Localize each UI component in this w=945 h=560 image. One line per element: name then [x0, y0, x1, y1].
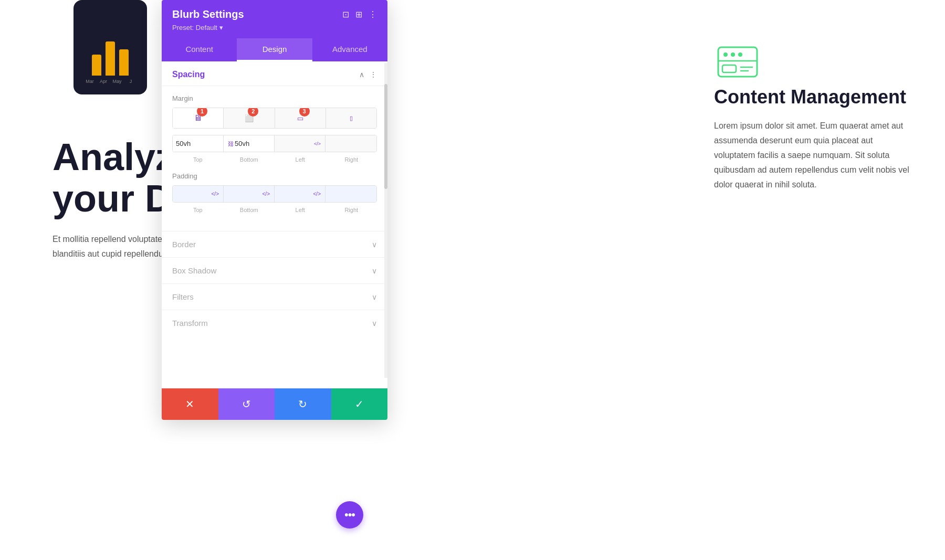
badge-2: 2 [248, 108, 258, 117]
padding-labels: Top Bottom Left Right [172, 206, 377, 214]
label-may: May [112, 79, 122, 84]
bar-may [119, 49, 129, 76]
padding-left-input[interactable] [278, 190, 312, 198]
padding-right-cell [326, 186, 376, 202]
bar-apr [106, 41, 115, 76]
code-icon-pbottom: </> [262, 191, 270, 197]
device-tablet[interactable]: ⬜ 2 [224, 108, 275, 128]
blurb-settings-panel: Blurb Settings ⊡ ⊞ ⋮ Preset: Default ▾ C… [162, 0, 387, 420]
spacing-content: Margin 🖥 1 ⬜ 2 ▭ 3 ▯ [162, 86, 387, 231]
right-content: Content Management Lorem ipsum dolor sit… [682, 0, 945, 560]
plabel-bottom: Bottom [224, 206, 275, 214]
padding-top-input[interactable] [176, 190, 211, 198]
border-chevron: ∨ [372, 240, 377, 249]
panel-tabs: Content Design Advanced [162, 38, 387, 61]
padding-left-cell: </> [275, 186, 326, 202]
label-jun: J [126, 79, 135, 84]
panel-body: Spacing ∧ ⋮ Margin 🖥 1 ⬜ 2 ▭ [162, 61, 387, 388]
spacing-section-header: Spacing ∧ ⋮ [162, 61, 387, 86]
margin-labels: Top Bottom Left Right [172, 155, 377, 164]
tab-content[interactable]: Content [162, 38, 237, 61]
redo-icon: ↻ [298, 398, 307, 410]
margin-right-cell [326, 135, 376, 152]
scrollbar-thumb[interactable] [384, 84, 387, 189]
svg-point-3 [738, 52, 742, 57]
box-shadow-chevron: ∨ [372, 267, 377, 275]
transform-section[interactable]: Transform ∨ [162, 310, 387, 336]
feature-body: Lorem ipsum dolor sit amet. Eum quaerat … [714, 119, 914, 192]
panel-footer: ✕ ↺ ↻ ✓ [162, 388, 387, 420]
device-row: 🖥 1 ⬜ 2 ▭ 3 ▯ [172, 108, 377, 129]
badge-1: 1 [197, 108, 207, 117]
border-section[interactable]: Border ∨ [162, 231, 387, 257]
label-top: Top [172, 155, 224, 164]
close-button[interactable]: ✕ [162, 388, 218, 420]
margin-inputs: ⛓ </> [172, 135, 377, 152]
code-icon-pleft: </> [313, 191, 321, 197]
plabel-right: Right [326, 206, 377, 214]
link-icon: ⛓ [228, 141, 234, 147]
margin-label: Margin [172, 94, 377, 102]
margin-bottom-cell: ⛓ [224, 135, 275, 152]
label-left: Left [275, 155, 326, 164]
border-title: Border [172, 240, 196, 249]
split-icon[interactable]: ⊞ [355, 9, 362, 19]
content-management-icon [714, 42, 761, 86]
save-icon: ✓ [355, 398, 364, 410]
padding-label: Padding [172, 172, 377, 180]
box-shadow-title: Box Shadow [172, 266, 216, 275]
bar-mar [92, 55, 101, 76]
svg-point-1 [723, 52, 728, 57]
panel-title: Blurb Settings [172, 8, 244, 20]
padding-inputs: </> </> </> [172, 185, 377, 203]
phone-mockup: Mar Apr May J [74, 0, 147, 94]
box-shadow-section[interactable]: Box Shadow ∨ [162, 257, 387, 283]
label-apr: Apr [99, 79, 108, 84]
scrollbar-track [384, 63, 387, 378]
padding-bottom-input[interactable] [227, 190, 261, 198]
undo-icon: ↺ [242, 398, 251, 410]
spacing-title: Spacing [172, 70, 205, 79]
close-icon: ✕ [185, 398, 194, 410]
code-icon-ptop: </> [212, 191, 219, 197]
filters-chevron: ∨ [372, 293, 377, 301]
phone-labels: Mar Apr May J [85, 79, 135, 84]
plabel-top: Top [172, 206, 224, 214]
margin-bottom-input[interactable] [235, 140, 271, 147]
device-desktop[interactable]: 🖥 1 [173, 108, 224, 128]
padding-right-input[interactable] [329, 190, 373, 198]
margin-left-cell: </> [275, 135, 326, 152]
feature-title: Content Management [714, 86, 906, 108]
section-more-icon[interactable]: ⋮ [370, 70, 377, 79]
fab-button[interactable]: ••• [336, 501, 363, 529]
margin-top-cell [173, 135, 224, 152]
svg-point-2 [731, 52, 735, 57]
phone-bars [92, 34, 129, 76]
undo-button[interactable]: ↺ [218, 388, 275, 420]
margin-right-input[interactable] [329, 140, 373, 147]
code-icon-left: </> [314, 141, 321, 146]
more-icon[interactable]: ⋮ [369, 9, 377, 19]
margin-left-input[interactable] [278, 140, 313, 147]
save-button[interactable]: ✓ [331, 388, 388, 420]
filters-section[interactable]: Filters ∨ [162, 283, 387, 310]
padding-bottom-cell: </> [224, 186, 275, 202]
device-small[interactable]: ▯ [326, 108, 376, 128]
tab-advanced[interactable]: Advanced [312, 38, 387, 61]
padding-top-cell: </> [173, 186, 224, 202]
focus-icon[interactable]: ⊡ [342, 9, 349, 19]
page-background: Mar Apr May J Analyzyour D Et mollitia r… [0, 0, 945, 560]
section-actions: ∧ ⋮ [359, 70, 377, 79]
panel-preset[interactable]: Preset: Default ▾ [172, 24, 223, 31]
redo-button[interactable]: ↻ [275, 388, 331, 420]
panel-header-top: Blurb Settings ⊡ ⊞ ⋮ [172, 8, 377, 20]
panel-header-icons: ⊡ ⊞ ⋮ [342, 9, 377, 19]
device-mobile[interactable]: ▭ 3 [275, 108, 326, 128]
label-mar: Mar [85, 79, 94, 84]
transform-chevron: ∨ [372, 319, 377, 327]
margin-top-input[interactable] [176, 140, 220, 147]
collapse-icon[interactable]: ∧ [359, 70, 364, 79]
tab-design[interactable]: Design [237, 38, 312, 61]
badge-3: 3 [299, 108, 310, 117]
filters-title: Filters [172, 292, 194, 301]
